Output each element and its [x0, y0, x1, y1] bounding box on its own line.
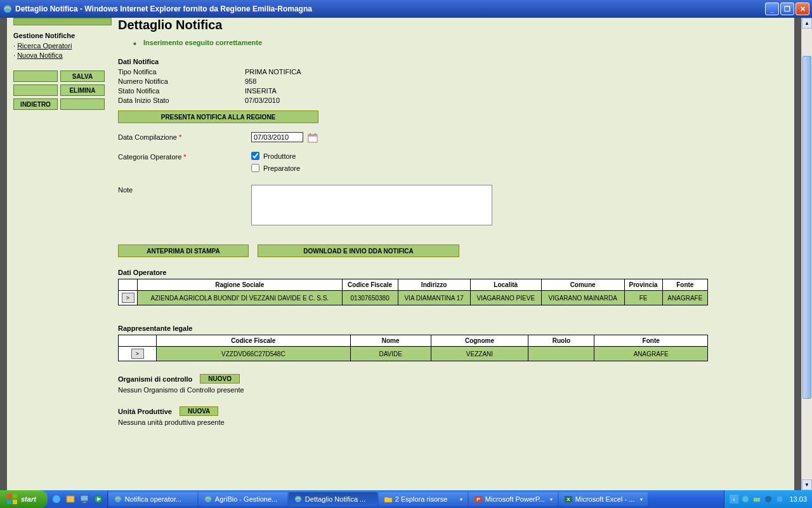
- th-localita: Località: [470, 279, 541, 291]
- sidebar: Gestione Notifiche · Ricerca Operatori ·…: [7, 18, 118, 490]
- vertical-scrollbar[interactable]: ▲ ▼: [801, 18, 812, 490]
- sidebar-empty-button-3[interactable]: [60, 98, 105, 110]
- value-stato-notifica: INSERITA: [245, 87, 277, 95]
- td-prov: FE: [624, 291, 662, 305]
- nuova-unita-button[interactable]: NUOVA: [180, 406, 218, 416]
- taskbar-item[interactable]: Notifica operator...: [108, 492, 197, 506]
- maximize-button[interactable]: ❐: [780, 3, 794, 15]
- scroll-up-arrow[interactable]: ▲: [802, 18, 812, 29]
- th-comune: Comune: [541, 279, 624, 291]
- chevron-down-icon: ▾: [460, 497, 462, 502]
- scroll-down-arrow[interactable]: ▼: [802, 479, 812, 490]
- svg-rect-2: [308, 135, 317, 137]
- indietro-button[interactable]: INDIETRO: [13, 98, 58, 110]
- data-compilazione-input[interactable]: [251, 132, 303, 142]
- svg-rect-7: [7, 500, 11, 504]
- label-data-inizio: Data Inizio Stato: [118, 97, 245, 104]
- th-provincia: Provincia: [624, 279, 662, 291]
- nuovo-organismo-button[interactable]: NUOVO: [200, 374, 240, 384]
- row-select-button[interactable]: >: [122, 293, 134, 303]
- td-localita: VIAGARANO PIEVE: [470, 291, 541, 305]
- td-indirizzo: VIA DIAMANTINA 17: [398, 291, 470, 305]
- td-comune: VIGARANO MAINARDA: [541, 291, 624, 305]
- start-button[interactable]: start: [0, 490, 48, 508]
- svg-point-9: [53, 495, 60, 503]
- presenta-notifica-button[interactable]: PRESENTA NOTIFICA ALLA REGIONE: [118, 110, 318, 123]
- taskbar: start Notifica operator...AgriBio - Gest…: [0, 490, 812, 508]
- table-row: > AZIENDA AGRICOLA BUONDI' DI VEZZANI DA…: [119, 291, 708, 305]
- unita-heading: Unità Produttive: [118, 408, 172, 415]
- tray-icon-2[interactable]: [741, 495, 750, 504]
- close-button[interactable]: ✕: [796, 3, 809, 15]
- elimina-button[interactable]: ELIMINA: [60, 84, 105, 96]
- desktop-quick-icon[interactable]: [79, 494, 89, 504]
- rappresentante-heading: Rappresentante legale: [118, 324, 788, 332]
- label-preparatore: Preparatore: [263, 164, 300, 172]
- tray-icon-5[interactable]: [775, 495, 784, 504]
- page-edge-left: [0, 18, 7, 490]
- label-produttore: Produttore: [263, 152, 296, 160]
- ie-icon: [114, 495, 122, 504]
- taskbar-item[interactable]: PMicrosoft PowerP...▾: [469, 492, 558, 506]
- calendar-icon[interactable]: [308, 133, 318, 143]
- taskbar-item[interactable]: XMicrosoft Excel - ...▾: [559, 492, 648, 506]
- value-tipo-notifica: PRIMA NOTIFICA: [245, 68, 301, 76]
- organismi-heading: Organismi di controllo: [118, 375, 192, 383]
- taskbar-clock[interactable]: 13.03: [789, 495, 807, 503]
- th-nome: Nome: [350, 335, 431, 347]
- ie-quick-icon[interactable]: [51, 494, 62, 504]
- th-ruolo: Ruolo: [528, 335, 594, 347]
- value-numero-notifica: 958: [245, 77, 256, 85]
- folder-icon: [384, 495, 393, 504]
- dati-operatore-heading: Dati Operatore: [118, 269, 788, 276]
- dati-operatore-table: Ragione Sociale Codice Fiscale Indirizzo…: [118, 279, 708, 305]
- tray-icon-1[interactable]: ‹: [730, 495, 738, 504]
- svg-text:‹: ‹: [733, 496, 735, 503]
- link-nuova-notifica[interactable]: Nuova Notifica: [17, 51, 63, 59]
- main-content: Dettaglio Notifica Inserimento eseguito …: [118, 18, 794, 490]
- taskbar-item[interactable]: Dettaglio Notifica ...: [289, 492, 377, 506]
- svg-rect-11: [81, 495, 88, 501]
- label-data-compilazione: Data Compilazione *: [118, 132, 251, 141]
- page-edge-right: [794, 18, 801, 490]
- tray-icon-4[interactable]: [764, 495, 773, 504]
- anteprima-stampa-button[interactable]: ANTEPRIMA DI STAMPA: [118, 244, 249, 257]
- svg-point-24: [742, 496, 749, 502]
- checkbox-preparatore[interactable]: [251, 164, 259, 172]
- checkbox-produttore[interactable]: [251, 152, 259, 160]
- svg-point-26: [765, 496, 771, 502]
- scroll-thumb[interactable]: [802, 56, 811, 399]
- tray-icon-3[interactable]: [752, 495, 761, 504]
- page-title: Dettaglio Notifica: [118, 18, 788, 32]
- sidebar-heading: Gestione Notifiche: [13, 32, 112, 39]
- ie-icon: [294, 495, 303, 504]
- sidebar-empty-button-2[interactable]: [13, 84, 58, 96]
- svg-rect-27: [777, 497, 782, 502]
- taskbar-item[interactable]: AgriBio - Gestione...: [199, 492, 287, 506]
- label-note: Note: [118, 185, 251, 194]
- svg-rect-10: [67, 496, 74, 502]
- minimize-button[interactable]: _: [765, 3, 779, 15]
- td-fonte-2: ANAGRAFE: [594, 347, 708, 361]
- svg-rect-12: [82, 502, 86, 503]
- th-ragione: Ragione Sociale: [138, 279, 343, 291]
- note-textarea[interactable]: [251, 185, 492, 225]
- link-ricerca-operatori[interactable]: Ricerca Operatori: [17, 42, 72, 50]
- td-cf: 01307650380: [342, 291, 398, 305]
- td-cf-2: VZZDVD66C27D548C: [157, 347, 351, 361]
- td-ruolo: [528, 347, 594, 361]
- row-select-button-2[interactable]: >: [131, 349, 144, 359]
- th-fonte: Fonte: [662, 279, 707, 291]
- sidebar-empty-button-1[interactable]: [13, 70, 58, 82]
- unita-msg: Nessuna unità produttiva presente: [118, 418, 788, 426]
- td-fonte: ANAGRAFE: [662, 291, 707, 305]
- th-blank: [119, 279, 138, 291]
- outlook-quick-icon[interactable]: [65, 494, 75, 504]
- salva-button[interactable]: SALVA: [60, 70, 105, 82]
- label-stato-notifica: Stato Notifica: [118, 87, 245, 95]
- download-invio-button[interactable]: DOWNLOAD E INVIO DDA NOTIFICA: [258, 244, 459, 257]
- th-fonte-2: Fonte: [594, 335, 708, 347]
- svg-rect-5: [7, 494, 11, 498]
- taskbar-item[interactable]: 2 Esplora risorse▾: [379, 492, 468, 506]
- media-quick-icon[interactable]: [93, 494, 103, 504]
